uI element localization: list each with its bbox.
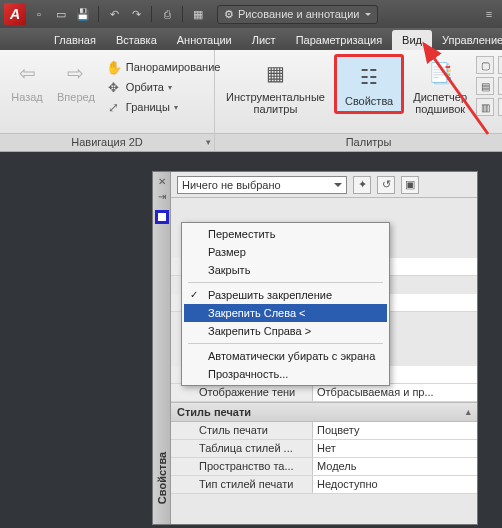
category-plot-style[interactable]: Стиль печати▴ [171, 402, 477, 422]
orbit-label: Орбита [126, 81, 164, 93]
panel-palettes-title: Палитры▾ [215, 133, 502, 151]
workspace-selector[interactable]: ⚙ Рисование и аннотации [217, 5, 378, 24]
tab-param[interactable]: Параметризация [286, 30, 392, 50]
tool-palettes-icon: ▦ [259, 57, 291, 89]
properties-label: Свойства [345, 95, 393, 107]
prop-row-shadow[interactable]: Отображение тениОтбрасываемая и пр... [171, 384, 477, 402]
pan-label: Панорамирование [126, 61, 221, 73]
tab-sheet[interactable]: Лист [242, 30, 286, 50]
sheet-set-button[interactable]: 📑 Диспетчер подшивок [408, 54, 472, 118]
tab-view[interactable]: Вид [392, 30, 432, 50]
ctx-autohide[interactable]: Автоматически убирать с экрана [184, 347, 387, 365]
chevron-down-icon: ▾ [168, 83, 172, 92]
close-icon[interactable]: ✕ [158, 176, 166, 187]
panel-nav2d: ⇦ Назад ⇨ Вперед ✋ Панорамирование ✥ Орб… [0, 50, 215, 151]
toggle-pick-icon[interactable]: ▣ [401, 176, 419, 194]
palette-icon-2[interactable]: ▤ [476, 77, 494, 95]
palette-header: Ничего не выбрано ✦ ↺ ▣ [171, 172, 477, 198]
ribbon: ⇦ Назад ⇨ Вперед ✋ Панорамирование ✥ Орб… [0, 50, 502, 152]
orbit-icon: ✥ [106, 79, 122, 95]
palette-small-icons-2: ▦ ▧ ▨ [498, 54, 502, 116]
gear-icon: ⚙ [224, 8, 234, 21]
properties-icon: ☷ [353, 61, 385, 93]
title-bar: A ▫ ▭ 💾 ↶ ↷ ⎙ ▦ ⚙ Рисование и аннотации … [0, 0, 502, 28]
arrow-right-icon: ⇨ [60, 57, 92, 89]
properties-button[interactable]: ☷ Свойства [334, 54, 404, 114]
extents-button[interactable]: ⤢ Границы ▾ [104, 98, 223, 116]
qat-separator [182, 6, 183, 22]
check-icon: ✓ [190, 289, 198, 300]
chevron-down-icon: ▾ [174, 103, 178, 112]
ctx-separator [188, 282, 383, 283]
ctx-close[interactable]: Закрыть [184, 261, 387, 279]
extents-icon: ⤢ [106, 99, 122, 115]
prop-row-ptable[interactable]: Таблица стилей ...Нет [171, 440, 477, 458]
palette-title: Свойства [156, 452, 168, 504]
orbit-button[interactable]: ✥ Орбита ▾ [104, 78, 223, 96]
hand-icon: ✋ [106, 59, 122, 75]
workspace-label: Рисование и аннотации [238, 8, 359, 20]
qat-save-icon[interactable]: 💾 [74, 5, 92, 23]
palette-icon-4[interactable]: ▦ [498, 56, 502, 74]
tool-palettes-button[interactable]: ▦ Инструментальные палитры [221, 54, 330, 118]
qat-app-icon[interactable]: ▦ [189, 5, 207, 23]
tab-home[interactable]: Главная [44, 30, 106, 50]
context-menu: Переместить Размер Закрыть ✓Разрешить за… [181, 222, 390, 386]
qat-separator [151, 6, 152, 22]
nav-back-button: ⇦ Назад [6, 54, 48, 106]
qat-separator [98, 6, 99, 22]
qat-open-icon[interactable]: ▭ [52, 5, 70, 23]
qat-redo-icon[interactable]: ↷ [127, 5, 145, 23]
ctx-dock-left[interactable]: Закрепить Слева < [184, 304, 387, 322]
prop-row-ptype[interactable]: Тип стилей печатиНедоступно [171, 476, 477, 494]
arrow-left-icon: ⇦ [11, 57, 43, 89]
palette-icon-3[interactable]: ▥ [476, 98, 494, 116]
sheet-set-icon: 📑 [424, 57, 456, 89]
ctx-allow-docking[interactable]: ✓Разрешить закрепление [184, 286, 387, 304]
tab-manage[interactable]: Управление [432, 30, 502, 50]
quick-select-icon[interactable]: ✦ [353, 176, 371, 194]
ctx-transparency[interactable]: Прозрачность... [184, 365, 387, 383]
qat-undo-icon[interactable]: ↶ [105, 5, 123, 23]
collapse-icon: ▴ [466, 407, 471, 417]
tab-annotate[interactable]: Аннотации [167, 30, 242, 50]
pan-button[interactable]: ✋ Панорамирование [104, 58, 223, 76]
palette-small-icons: ▢ ▤ ▥ [476, 54, 494, 116]
ctx-move[interactable]: Переместить [184, 225, 387, 243]
nav-fwd-button: ⇨ Вперед [52, 54, 100, 106]
selection-combo[interactable]: Ничего не выбрано [177, 176, 347, 194]
sheet-set-label: Диспетчер подшивок [413, 91, 467, 115]
qat-new-icon[interactable]: ▫ [30, 5, 48, 23]
prop-row-pstyle[interactable]: Стиль печатиПоцвету [171, 422, 477, 440]
nav-fwd-label: Вперед [57, 91, 95, 103]
tool-palettes-label: Инструментальные палитры [226, 91, 325, 115]
panel-palettes: ▦ Инструментальные палитры ☷ Свойства 📑 … [215, 50, 502, 151]
ribbon-tabstrip: Главная Вставка Аннотации Лист Параметри… [0, 28, 502, 50]
app-logo[interactable]: A [4, 3, 26, 25]
autohide-icon[interactable]: ⇥ [158, 191, 166, 202]
palette-icon-1[interactable]: ▢ [476, 56, 494, 74]
nav-back-label: Назад [11, 91, 43, 103]
palette-menu-button[interactable] [155, 210, 169, 224]
panel-nav-title: Навигация 2D▾ [0, 133, 214, 151]
palette-icon-5[interactable]: ▧ [498, 77, 502, 95]
palette-icon-6[interactable]: ▨ [498, 98, 502, 116]
prop-row-pspace[interactable]: Пространство та...Модель [171, 458, 477, 476]
qat-menu-icon[interactable]: ≡ [480, 5, 498, 23]
qat-print-icon[interactable]: ⎙ [158, 5, 176, 23]
extents-label: Границы [126, 101, 170, 113]
select-objects-icon[interactable]: ↺ [377, 176, 395, 194]
ctx-separator [188, 343, 383, 344]
tab-insert[interactable]: Вставка [106, 30, 167, 50]
ctx-size[interactable]: Размер [184, 243, 387, 261]
ctx-dock-right[interactable]: Закрепить Справа > [184, 322, 387, 340]
panel-expand-icon[interactable]: ▾ [206, 137, 211, 147]
palette-grip[interactable]: ✕ ⇥ Свойства [153, 172, 171, 524]
